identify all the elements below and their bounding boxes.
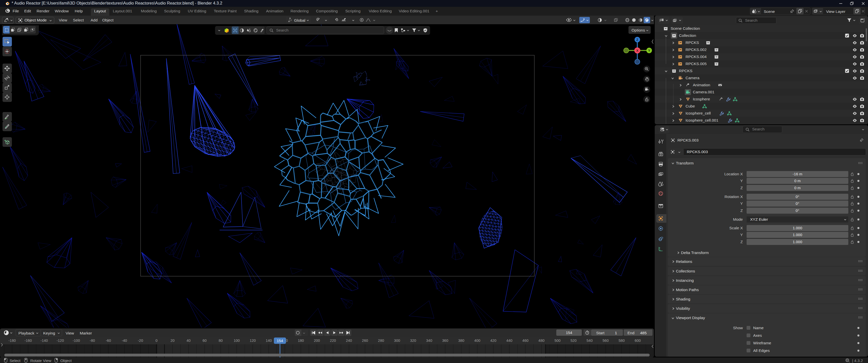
svg-text:-40: -40 [122,338,127,342]
svg-text:-140: -140 [41,338,48,342]
svg-text:340: 340 [426,338,432,342]
svg-text:100: 100 [234,338,240,342]
svg-text:460: 460 [523,338,529,342]
svg-text:-100: -100 [73,338,80,342]
svg-text:-60: -60 [106,338,111,342]
svg-text:500: 500 [555,338,561,342]
svg-text:-80: -80 [90,338,95,342]
svg-text:Z: Z [636,38,638,42]
svg-text:40: 40 [187,338,191,342]
svg-text:260: 260 [362,338,368,342]
svg-text:X: X [636,49,639,53]
svg-text:480: 480 [538,338,545,342]
svg-text:Y: Y [648,49,650,53]
svg-text:140: 140 [266,338,272,342]
svg-text:1: 1 [848,361,850,363]
svg-text:240: 240 [346,338,352,342]
svg-text:380: 380 [458,338,464,342]
svg-text:600: 600 [634,338,641,342]
svg-text:-180: -180 [8,338,16,342]
svg-text:-160: -160 [25,338,32,342]
svg-text:-120: -120 [57,338,64,342]
svg-text:540: 540 [587,338,593,342]
svg-text:80: 80 [219,338,223,342]
svg-text:60: 60 [203,338,207,342]
svg-text:420: 420 [490,338,496,342]
svg-text:20: 20 [170,338,175,342]
svg-text:300: 300 [394,338,400,342]
svg-text:220: 220 [330,338,336,342]
svg-text:0: 0 [155,338,157,342]
svg-text:120: 120 [250,338,256,342]
svg-text:360: 360 [442,338,448,342]
svg-text:200: 200 [314,338,320,342]
svg-text:580: 580 [619,338,625,342]
svg-text:400: 400 [474,338,480,342]
svg-text:-20: -20 [138,338,143,342]
svg-text:280: 280 [378,338,384,342]
svg-text:560: 560 [602,338,609,342]
svg-text:320: 320 [410,338,416,342]
svg-text:520: 520 [570,338,577,342]
svg-text:180: 180 [298,338,304,342]
svg-text:440: 440 [506,338,513,342]
